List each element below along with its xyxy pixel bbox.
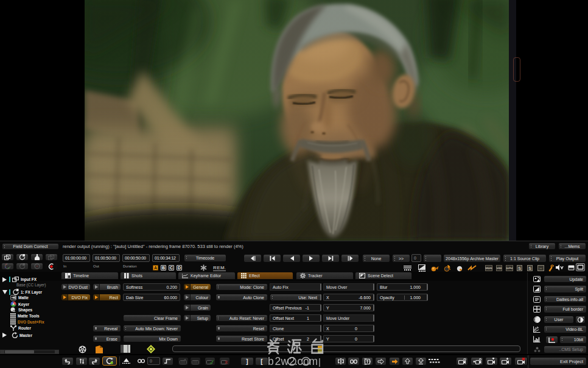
svg-text:b: b	[268, 355, 274, 367]
svg-text:|: |	[318, 356, 321, 367]
svg-text:2: 2	[275, 355, 281, 367]
